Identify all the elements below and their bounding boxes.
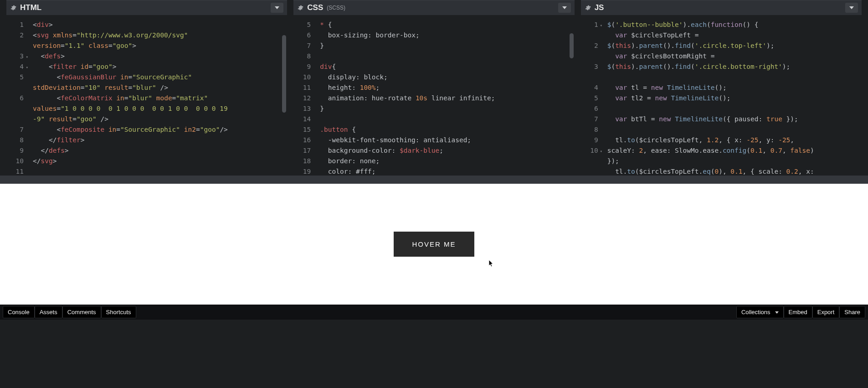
panel-header-html: HTML	[6, 0, 287, 15]
panel-divider[interactable]	[0, 176, 868, 184]
code-area[interactable]: * { box-sizing: border-box;}div{ display…	[313, 15, 574, 176]
editor-js[interactable]: 1234567891011 $('.button--bubble').each(…	[581, 15, 862, 176]
share-button[interactable]: Share	[839, 306, 865, 318]
assets-button[interactable]: Assets	[35, 306, 62, 318]
collections-button[interactable]: Collections	[736, 306, 784, 318]
gutter: 1234567891011	[6, 15, 26, 176]
hover-me-button[interactable]: HOVER ME	[394, 232, 474, 257]
chevron-down-icon[interactable]	[271, 3, 283, 13]
code-area[interactable]: $('.button--bubble').each(function() { v…	[601, 15, 862, 176]
panel-header-css: CSS (SCSS)	[293, 0, 574, 15]
preview-pane: HOVER ME	[0, 184, 868, 305]
panel-html: HTML 1234567891011 <div><svg xmlns="http…	[6, 0, 287, 176]
panel-title: HTML	[20, 3, 41, 12]
export-button[interactable]: Export	[812, 306, 840, 318]
panel-title: JS	[595, 3, 604, 12]
scrollbar-vertical[interactable]	[282, 35, 286, 113]
console-button[interactable]: Console	[3, 306, 35, 318]
gear-icon[interactable]	[585, 5, 591, 11]
gear-icon[interactable]	[297, 5, 303, 11]
shortcuts-button[interactable]: Shortcuts	[101, 306, 136, 318]
cursor-icon	[488, 259, 494, 268]
panel-header-js: JS	[581, 0, 862, 15]
gutter: 5678910111213141516171819	[293, 15, 313, 176]
panel-title: CSS	[307, 3, 323, 12]
gear-icon[interactable]	[10, 5, 16, 11]
panel-js: JS 1234567891011 $('.button--bubble').ea…	[581, 0, 862, 176]
scrollbar-vertical[interactable]	[570, 33, 574, 58]
chevron-down-icon[interactable]	[845, 3, 858, 13]
gutter: 1234567891011	[581, 15, 601, 176]
editor-panels: HTML 1234567891011 <div><svg xmlns="http…	[0, 0, 868, 176]
chevron-down-icon[interactable]	[558, 3, 571, 13]
code-area[interactable]: <div><svg xmlns="http://www.w3.org/2000/…	[26, 15, 287, 176]
editor-css[interactable]: 5678910111213141516171819 * { box-sizing…	[293, 15, 574, 176]
comments-button[interactable]: Comments	[62, 306, 101, 318]
panel-css: CSS (SCSS) 5678910111213141516171819 * {…	[293, 0, 574, 176]
bottom-toolbar: ConsoleAssetsCommentsShortcuts Collectio…	[0, 305, 868, 320]
embed-button[interactable]: Embed	[784, 306, 812, 318]
editor-html[interactable]: 1234567891011 <div><svg xmlns="http://ww…	[6, 15, 287, 176]
panel-subtitle: (SCSS)	[327, 5, 345, 11]
